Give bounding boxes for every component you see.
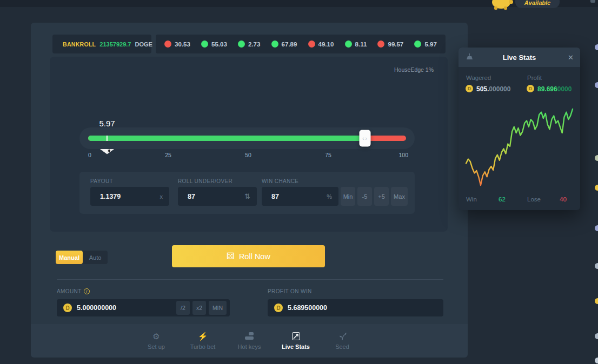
piggy-bank-icon[interactable] [489, 0, 514, 10]
amount-value: 5.000000000 [77, 304, 174, 312]
profit-label: Profit [527, 75, 542, 81]
nav-hot-keys[interactable]: Hot keys [235, 332, 263, 350]
win-chance-plus5-button[interactable]: +5 [374, 187, 389, 206]
doge-coin-icon: D [63, 304, 72, 312]
amount-input[interactable]: D 5.000000000 /2 x2 MIN [57, 299, 230, 316]
slider-handle[interactable]: ‹ › [359, 130, 370, 147]
win-chance-max-button[interactable]: Max [391, 187, 408, 206]
roll-value: 8.11 [355, 41, 367, 48]
close-icon[interactable]: ✕ [568, 53, 574, 62]
roll-result-dot [238, 41, 245, 48]
win-chance-value: 87 [271, 193, 327, 200]
roll-history-item[interactable]: 30.53 [164, 41, 190, 48]
nav-turbo-bet[interactable]: ⚡ Turbo bet [189, 332, 217, 350]
bankroll-value: 21357929.7 [99, 41, 131, 48]
top-navbar: Available [0, 0, 598, 7]
roll-slider[interactable]: ‹ › [79, 127, 415, 149]
roll-history-item[interactable]: 8.11 [345, 41, 367, 48]
roll-result-dot [308, 41, 315, 48]
available-label: Available [524, 0, 550, 6]
chat-emoji-cutoff-icon [595, 333, 598, 339]
payout-input[interactable]: 1.1379 x [90, 187, 169, 206]
roll-value: 99.57 [388, 41, 403, 48]
roll-value: 5.97 [424, 41, 436, 48]
house-edge-label: HouseEdge 1% [394, 66, 434, 73]
roll-value: 49.10 [318, 41, 334, 48]
live-stats-header: Live Stats ✕ [459, 48, 580, 67]
roll-history-item[interactable]: 67.89 [271, 41, 297, 48]
nav-setup[interactable]: ⚙ Set up [142, 332, 170, 350]
roll-history-item[interactable]: 49.10 [308, 41, 334, 48]
roll-result-dot [164, 41, 171, 48]
nav-live-stats[interactable]: Live Stats [282, 332, 310, 350]
amount-half-button[interactable]: /2 [176, 301, 190, 315]
last-roll-tick [107, 136, 108, 141]
win-chance-minus5-button[interactable]: -5 [357, 187, 372, 206]
available-badge[interactable]: Available [515, 0, 560, 8]
chat-emoji-cutoff-icon [595, 298, 598, 304]
chat-emoji-cutoff-icon [595, 82, 598, 88]
win-chance-min-button[interactable]: Min [341, 187, 355, 206]
roll-under-over-input[interactable]: 87 ⇅ [178, 187, 257, 206]
win-chance-label: WIN CHANCE [262, 178, 298, 184]
amount-label-row: AMOUNT i [57, 288, 90, 294]
scale-50: 50 [245, 152, 251, 158]
scale-75: 75 [325, 152, 331, 158]
topbar-misc-icon[interactable] [590, 0, 595, 3]
setup-gear-icon: ⚙ [152, 332, 160, 341]
doge-coin-icon: D [466, 85, 473, 92]
chat-emoji-cutoff-icon [595, 44, 598, 50]
bankroll-chip[interactable]: BANKROLL 21357929.7 DOGE [52, 35, 151, 53]
dice-game-card: BANKROLL 21357929.7 DOGE 30.53 55.03 2.7… [31, 23, 468, 358]
section-divider [57, 279, 443, 280]
hot-keys-icon [245, 332, 254, 341]
roll-history-item[interactable]: 5.97 [414, 41, 436, 48]
game-panel: HouseEdge 1% 5.97 [50, 57, 448, 232]
amount-label: AMOUNT [57, 288, 82, 294]
roll-history-item[interactable]: 55.03 [201, 41, 227, 48]
roll-history-item[interactable]: 2.73 [238, 41, 260, 48]
roll-result-dot [201, 41, 208, 48]
win-count: 62 [499, 196, 506, 203]
roll-under-over-label: ROLL UNDER/OVER [178, 178, 232, 184]
wagered-label: Wagered [466, 75, 491, 81]
roll-result-dot [377, 41, 384, 48]
amount-double-button[interactable]: x2 [192, 301, 206, 315]
info-icon[interactable]: i [84, 288, 90, 294]
wagered-value: D 505.000000 [466, 84, 510, 93]
live-stats-panel: Live Stats ✕ Wagered Profit D 505.000000… [459, 48, 580, 210]
roll-result-dot [345, 41, 352, 48]
chat-emoji-cutoff-icon [595, 263, 598, 269]
roll-history: 30.53 55.03 2.73 67.89 49.10 8.11 [156, 35, 446, 53]
bet-mode-toggle: Manual Auto [56, 251, 108, 264]
slider-scale: 0 25 50 75 100 [88, 152, 408, 159]
doge-coin-icon: D [274, 304, 283, 312]
live-stats-title: Live Stats [459, 53, 580, 62]
slider-track[interactable]: ‹ › [88, 136, 406, 141]
profit-on-win-label: PROFIT ON WIN [268, 288, 312, 294]
nav-seed[interactable]: Seed [328, 332, 356, 350]
roll-value: 2.73 [248, 41, 260, 48]
chevron-right-icon: › [366, 136, 367, 141]
roll-result-dot [271, 41, 278, 48]
swap-over-under-icon[interactable]: ⇅ [244, 192, 250, 200]
bankroll-label: BANKROLL [63, 41, 96, 48]
profit-value: D 89.6960000 [527, 84, 572, 93]
tab-manual[interactable]: Manual [56, 251, 83, 264]
app-root: Available BANKROLL 21357929.7 DOGE 30.53… [0, 0, 598, 364]
profit-on-win-value: 5.689500000 [288, 304, 440, 312]
chevron-left-icon: ‹ [362, 136, 364, 141]
roll-now-label: Roll Now [239, 252, 270, 261]
doge-coin-icon: D [527, 85, 534, 92]
roll-now-button[interactable]: ⚄ Roll Now [172, 245, 325, 267]
chat-emoji-cutoff-icon [595, 155, 598, 161]
slider-track-green [88, 136, 365, 141]
clear-stats-icon[interactable] [466, 53, 474, 63]
tab-auto[interactable]: Auto [83, 251, 108, 264]
roll-history-item[interactable]: 99.57 [377, 41, 403, 48]
profit-on-win-input: D 5.689500000 [268, 299, 443, 316]
roll-result-dot [414, 41, 421, 48]
amount-min-button[interactable]: MIN [209, 301, 227, 315]
lose-label: Lose [527, 196, 541, 203]
win-chance-input[interactable]: 87 % [262, 187, 338, 206]
